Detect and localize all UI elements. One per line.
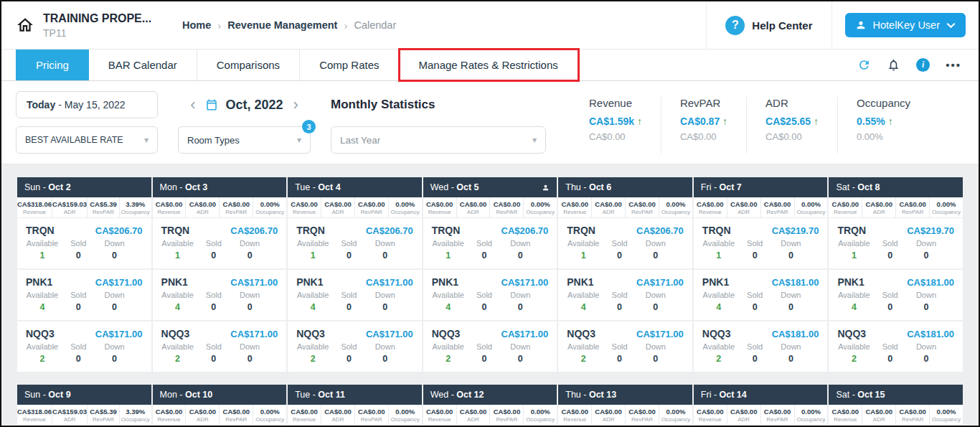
down-label: Down (639, 239, 672, 248)
breadcrumb-item-revenue-management[interactable]: Revenue Management (227, 19, 337, 31)
room-row[interactable]: NQQ3CA$181.00Available2Sold0Down0 (829, 322, 963, 372)
rate-plan-select[interactable]: BEST AVAILABLE RATE ▾ (16, 126, 158, 154)
day-stat-label: Revenue (153, 416, 186, 423)
day-title: Mon - Oct 3 (160, 182, 208, 192)
day-stat-revpar: CA$0.00RevPAR (355, 197, 389, 217)
comparison-select[interactable]: Last Year ▾ (331, 126, 546, 154)
room-price[interactable]: CA$171.00 (636, 277, 684, 288)
sold-count: 0 (332, 354, 365, 364)
day-header[interactable]: Thu - Oct 13 (558, 385, 692, 405)
room-price[interactable]: CA$171.00 (501, 329, 549, 339)
more-options-icon[interactable]: ••• (946, 62, 961, 69)
breadcrumb-item-home[interactable]: Home (182, 19, 211, 31)
stat-previous-value: CA$0.00 (680, 131, 727, 142)
room-price[interactable]: CA$171.00 (95, 277, 143, 288)
day-stat-label: Occupancy (524, 416, 557, 423)
tab-comparisons[interactable]: Comparisons (197, 50, 300, 80)
room-row[interactable]: NQQ3CA$171.00Available2Sold0Down0 (17, 322, 151, 372)
tab-manage-rates-restrictions[interactable]: Manage Rates & Restrictions (400, 50, 578, 80)
room-row[interactable]: TRQNCA$206.70Available1Sold0Down0 (558, 218, 692, 270)
room-price[interactable]: CA$181.00 (907, 329, 954, 339)
room-price[interactable]: CA$181.00 (907, 277, 954, 288)
help-label: Help Center (752, 19, 812, 32)
refresh-icon[interactable] (857, 58, 871, 72)
room-price[interactable]: CA$171.00 (95, 329, 143, 339)
room-price[interactable]: CA$181.00 (772, 329, 819, 339)
room-price[interactable]: CA$206.70 (95, 225, 143, 236)
day-header[interactable]: Fri - Oct 14 (694, 385, 828, 405)
prev-month-icon[interactable]: ‹ (187, 97, 198, 113)
day-header[interactable]: Sat - Oct 8 (829, 177, 963, 197)
room-row[interactable]: PNK1CA$171.00Available4Sold0Down0 (17, 270, 151, 322)
day-header[interactable]: Tue - Oct 4 (288, 177, 422, 197)
room-price[interactable]: CA$171.00 (366, 329, 413, 339)
day-header[interactable]: Wed - Oct 5 (423, 177, 557, 197)
room-price[interactable]: CA$219.70 (772, 225, 819, 236)
day-header[interactable]: Wed - Oct 12 (423, 385, 557, 405)
room-price[interactable]: CA$219.70 (907, 225, 954, 236)
day-stats: CA$0.00RevenueCA$0.00ADRCA$0.00RevPAR0.0… (558, 197, 692, 218)
room-row[interactable]: PNK1CA$181.00Available4Sold0Down0 (829, 270, 963, 322)
day-stat-label: ADR (321, 209, 354, 215)
down-label: Down (910, 239, 943, 248)
room-row[interactable]: NQQ3CA$171.00Available2Sold0Down0 (558, 322, 692, 372)
room-row[interactable]: TRQNCA$206.70Available1Sold0Down0 (423, 218, 557, 270)
room-row[interactable]: PNK1CA$171.00Available4Sold0Down0 (288, 270, 422, 322)
day-header[interactable]: Thu - Oct 6 (558, 177, 692, 197)
day-header[interactable]: Mon - Oct 3 (153, 177, 287, 197)
tab-comp-rates[interactable]: Comp Rates (300, 50, 399, 80)
home-icon[interactable] (16, 16, 34, 34)
day-stat-label: RevPAR (490, 416, 523, 423)
available-label: Available (26, 239, 59, 248)
room-price[interactable]: CA$206.70 (230, 225, 278, 236)
day-stat-value: CA$0.00 (761, 408, 794, 416)
day-stat-label: Revenue (829, 416, 862, 423)
day-stat-revpar: CA$0.00RevPAR (355, 405, 389, 425)
room-price[interactable]: CA$171.00 (230, 277, 278, 288)
room-row[interactable]: PNK1CA$171.00Available4Sold0Down0 (423, 270, 557, 322)
day-header[interactable]: Sat - Oct 15 (829, 385, 963, 405)
sold-count: 0 (603, 354, 636, 364)
room-row[interactable]: NQQ3CA$171.00Available2Sold0Down0 (288, 322, 422, 372)
room-row[interactable]: PNK1CA$181.00Available4Sold0Down0 (694, 270, 828, 322)
room-row[interactable]: TRQNCA$206.70Available1Sold0Down0 (17, 218, 151, 270)
app-window: TRAINING PROPE... TP11 Home›Revenue Mana… (0, 0, 980, 427)
room-price[interactable]: CA$171.00 (501, 277, 549, 288)
user-menu-button[interactable]: HotelKey User (845, 13, 966, 37)
notifications-bell-icon[interactable] (887, 58, 900, 72)
tab-pricing[interactable]: Pricing (16, 50, 89, 80)
info-icon[interactable]: i (916, 58, 930, 72)
room-types-select[interactable]: Room Types ▾ (178, 126, 311, 154)
day-stat-value: 0.00% (389, 200, 422, 208)
today-button[interactable]: Today - May 15, 2022 (16, 91, 158, 118)
room-row[interactable]: TRQNCA$206.70Available1Sold0Down0 (153, 218, 287, 270)
room-row[interactable]: PNK1CA$171.00Available4Sold0Down0 (153, 270, 287, 322)
room-price[interactable]: CA$181.00 (772, 277, 819, 288)
room-price[interactable]: CA$171.00 (230, 329, 278, 339)
room-price[interactable]: CA$206.70 (501, 225, 549, 236)
day-header[interactable]: Sun - Oct 9 (17, 385, 151, 405)
day-header[interactable]: Tue - Oct 11 (288, 385, 422, 405)
room-row[interactable]: NQQ3CA$171.00Available2Sold0Down0 (153, 322, 287, 372)
day-header[interactable]: Sun - Oct 2 (17, 177, 151, 197)
room-row[interactable]: PNK1CA$171.00Available4Sold0Down0 (558, 270, 692, 322)
day-stat-adr: CA$0.00ADR (321, 405, 355, 425)
tab-bar-calendar[interactable]: BAR Calendar (89, 50, 197, 80)
room-row[interactable]: TRQNCA$206.70Available1Sold0Down0 (288, 218, 422, 270)
room-row[interactable]: NQQ3CA$171.00Available2Sold0Down0 (423, 322, 557, 372)
today-date: - May 15, 2022 (58, 99, 125, 111)
room-price[interactable]: CA$171.00 (366, 277, 413, 288)
room-price[interactable]: CA$206.70 (366, 225, 413, 236)
room-row[interactable]: TRQNCA$219.70Available1Sold0Down0 (829, 218, 963, 270)
day-stats: CA$0.00RevenueCA$0.00ADRCA$0.00RevPAR0.0… (694, 197, 828, 218)
room-row[interactable]: NQQ3CA$181.00Available2Sold0Down0 (694, 322, 828, 372)
help-center-button[interactable]: ? Help Center (706, 1, 831, 49)
room-price[interactable]: CA$171.00 (636, 329, 684, 339)
day-header[interactable]: Mon - Oct 10 (153, 385, 287, 405)
next-month-icon[interactable]: › (291, 97, 301, 113)
room-price[interactable]: CA$206.70 (636, 225, 684, 236)
down-count: 0 (504, 250, 537, 261)
day-stat-label: ADR (52, 416, 87, 423)
day-header[interactable]: Fri - Oct 7 (694, 177, 828, 197)
room-row[interactable]: TRQNCA$219.70Available1Sold0Down0 (694, 218, 828, 270)
